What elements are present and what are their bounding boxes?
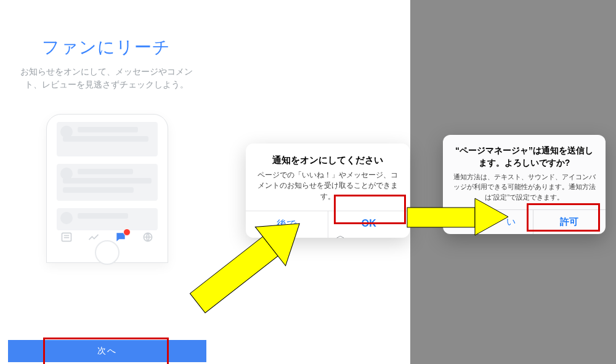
- annotation-arrow-1: [166, 202, 320, 331]
- page-title: ファンにリーチ: [0, 36, 213, 59]
- svg-rect-4: [190, 237, 278, 313]
- next-button-label: 次へ: [97, 346, 117, 357]
- chevron-up-icon: ︿: [336, 230, 345, 241]
- next-button[interactable]: 次へ: [8, 340, 206, 362]
- tutorial-composite: ファンにリーチ お知らせをオンにして、メッセージやコメント、レビューを見逃さずチ…: [0, 0, 616, 364]
- globe-icon: [142, 231, 154, 246]
- svg-marker-7: [475, 198, 508, 235]
- home-button-icon: [95, 240, 120, 265]
- svg-rect-6: [407, 208, 475, 227]
- phone-illustration: [46, 114, 168, 263]
- allow-button[interactable]: 許可: [533, 210, 606, 234]
- messages-icon: [115, 231, 127, 246]
- page-subtitle: お知らせをオンにして、メッセージやコメント、レビューを見逃さずチェックしよう。: [12, 66, 200, 92]
- dialog-title: “ページマネージャ”は通知を送信します。よろしいですか?: [443, 135, 606, 172]
- notification-badge-icon: [123, 229, 131, 236]
- dialog-title: 通知をオンにしてください: [246, 144, 410, 170]
- feed-icon: [60, 231, 73, 246]
- annotation-arrow-2: [403, 195, 514, 239]
- feed-placeholder: [57, 122, 158, 222]
